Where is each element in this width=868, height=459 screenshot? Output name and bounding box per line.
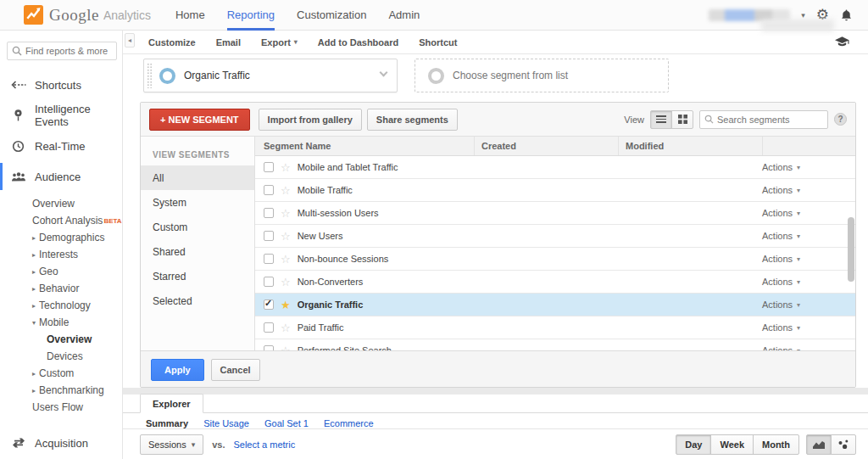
row-checkbox[interactable]: [264, 254, 274, 264]
segment-name[interactable]: Non-Converters: [298, 277, 364, 287]
star-icon[interactable]: ☆: [281, 162, 291, 173]
column-segment-name[interactable]: Segment Name: [255, 137, 474, 155]
subtab-ecommerce[interactable]: Ecommerce: [324, 418, 374, 428]
chevron-down-icon[interactable]: [380, 69, 388, 77]
segment-search-box[interactable]: [699, 110, 828, 129]
scrollbar-thumb[interactable]: [848, 217, 854, 282]
sidebar-item-audience[interactable]: Audience: [0, 161, 122, 192]
grid-view-button[interactable]: [671, 110, 693, 129]
active-segment-card[interactable]: Organic Traffic: [143, 59, 398, 92]
sidebar-item-benchmarking[interactable]: ▸Benchmarking: [0, 382, 122, 399]
sidebar-item-real-time[interactable]: Real-Time: [0, 131, 122, 161]
shortcut-button[interactable]: Shortcut: [419, 37, 457, 48]
email-button[interactable]: Email: [216, 37, 241, 48]
star-icon[interactable]: ☆: [281, 208, 291, 219]
sidebar-item-interests[interactable]: ▸Interests: [0, 246, 122, 263]
actions-menu[interactable]: Actions▾: [762, 231, 855, 241]
sidebar-item-mobile-devices[interactable]: Devices: [0, 348, 122, 365]
find-reports-input[interactable]: [25, 46, 112, 56]
segment-name[interactable]: Mobile Traffic: [298, 185, 353, 195]
sidebar-item-mobile[interactable]: ▾Mobile: [0, 314, 122, 331]
search-segments-input[interactable]: [717, 115, 823, 125]
list-view-button[interactable]: [650, 110, 672, 129]
sidebar-item-behavior[interactable]: ▸Behavior: [0, 280, 122, 297]
row-checkbox[interactable]: [264, 208, 274, 218]
star-icon[interactable]: ☆: [281, 231, 291, 242]
row-checkbox[interactable]: [264, 231, 274, 241]
segment-name[interactable]: Mobile and Tablet Traffic: [298, 162, 398, 172]
account-dropdown-icon[interactable]: ▾: [801, 11, 805, 20]
tab-home[interactable]: Home: [164, 0, 216, 31]
add-segment-card[interactable]: Choose segment from list: [415, 59, 669, 92]
sidebar-collapse-icon[interactable]: ◂: [125, 33, 135, 48]
segments-filter-all[interactable]: All: [141, 165, 254, 190]
row-checkbox[interactable]: [264, 162, 274, 172]
segment-name[interactable]: Paid Traffic: [298, 322, 344, 333]
segments-filter-selected[interactable]: Selected: [141, 288, 254, 313]
sidebar-item-demographics[interactable]: ▸Demographics: [0, 229, 122, 246]
actions-menu[interactable]: Actions▾: [762, 208, 855, 218]
segment-name[interactable]: Performed Site Search: [298, 345, 392, 350]
star-icon[interactable]: ☆: [281, 322, 291, 333]
apply-button[interactable]: Apply: [151, 359, 204, 381]
subtab-goal-set-1[interactable]: Goal Set 1: [264, 418, 309, 428]
sidebar-item-custom[interactable]: ▸Custom: [0, 365, 122, 382]
day-button[interactable]: Day: [676, 434, 711, 455]
week-button[interactable]: Week: [710, 434, 754, 455]
tab-reporting[interactable]: Reporting: [216, 0, 286, 31]
sidebar-item-acquisition[interactable]: Acquisition: [0, 428, 122, 458]
select-a-metric-link[interactable]: Select a metric: [233, 439, 295, 450]
actions-menu[interactable]: Actions▾: [762, 277, 855, 287]
row-checkbox-checked[interactable]: [264, 299, 274, 310]
actions-menu[interactable]: Actions▾: [762, 162, 855, 172]
star-icon[interactable]: ☆: [281, 254, 291, 265]
sidebar-search[interactable]: [7, 42, 117, 60]
tab-explorer[interactable]: Explorer: [140, 394, 203, 413]
sidebar-item-users-flow[interactable]: Users Flow: [0, 399, 122, 416]
motion-chart-button[interactable]: [831, 434, 856, 455]
segment-name[interactable]: Non-bounce Sessions: [298, 254, 389, 264]
column-modified[interactable]: Modified: [618, 137, 762, 155]
sidebar-item-cohort-analysis[interactable]: Cohort AnalysisBETA: [0, 212, 122, 229]
segment-name[interactable]: Multi-session Users: [298, 208, 379, 218]
month-button[interactable]: Month: [753, 434, 799, 455]
segment-name[interactable]: Organic Traffic: [298, 299, 364, 310]
sidebar-item-shortcuts[interactable]: Shortcuts: [0, 70, 122, 100]
cancel-button[interactable]: Cancel: [211, 359, 260, 381]
bell-icon[interactable]: [840, 8, 853, 22]
customize-button[interactable]: Customize: [148, 37, 196, 48]
row-checkbox[interactable]: [264, 277, 274, 287]
star-icon[interactable]: ☆: [281, 277, 291, 288]
sidebar-item-mobile-overview[interactable]: Overview: [0, 331, 122, 348]
segment-name[interactable]: New Users: [298, 231, 343, 241]
tab-customization[interactable]: Customization: [286, 0, 377, 31]
drag-handle[interactable]: [147, 63, 153, 88]
subtab-summary[interactable]: Summary: [146, 418, 188, 428]
row-checkbox[interactable]: [264, 345, 274, 350]
row-checkbox[interactable]: [264, 185, 274, 195]
actions-menu[interactable]: Actions▾: [762, 322, 855, 333]
academy-cap-icon[interactable]: [835, 36, 849, 48]
segments-filter-system[interactable]: System: [141, 190, 254, 215]
sidebar-item-intelligence-events[interactable]: Intelligence Events: [0, 100, 122, 131]
segments-filter-starred[interactable]: Starred: [141, 264, 254, 288]
help-button[interactable]: ?: [834, 113, 847, 126]
segments-filter-custom[interactable]: Custom: [141, 215, 254, 239]
new-segment-button[interactable]: + NEW SEGMENT: [149, 109, 250, 131]
sidebar-item-technology[interactable]: ▸Technology: [0, 297, 122, 314]
add-to-dashboard-button[interactable]: Add to Dashboard: [318, 37, 398, 48]
sidebar-item-overview[interactable]: Overview: [0, 195, 122, 212]
sidebar-item-geo[interactable]: ▸Geo: [0, 263, 122, 280]
google-analytics-logo[interactable]: Google Analytics: [0, 5, 151, 25]
metric-dropdown[interactable]: Sessions ▾: [140, 434, 203, 455]
actions-menu[interactable]: Actions▾: [762, 185, 855, 195]
column-created[interactable]: Created: [474, 137, 618, 155]
import-from-gallery-button[interactable]: Import from gallery: [259, 109, 362, 131]
row-checkbox[interactable]: [264, 322, 274, 333]
actions-menu[interactable]: Actions▾: [762, 345, 855, 350]
share-segments-button[interactable]: Share segments: [367, 109, 458, 131]
table-scrollbar[interactable]: [848, 156, 854, 350]
export-button[interactable]: Export▾: [261, 37, 298, 48]
tab-admin[interactable]: Admin: [377, 0, 431, 31]
actions-menu[interactable]: Actions▾: [762, 254, 855, 264]
